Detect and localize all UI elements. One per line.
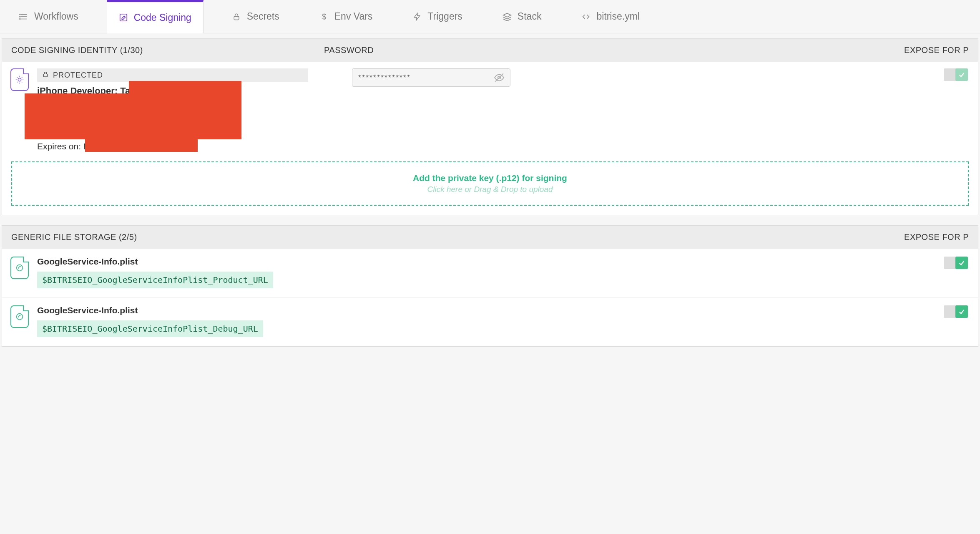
svg-point-10 — [18, 78, 21, 81]
p12-dropzone[interactable]: Add the private key (.p12) for signing C… — [11, 161, 969, 206]
svg-rect-6 — [120, 14, 127, 21]
dropzone-title: Add the private key (.p12) for signing — [23, 173, 957, 183]
protected-label: PROTECTED — [53, 71, 103, 80]
tab-label: Secrets — [247, 11, 279, 22]
file-row: GoogleService-Info.plist $BITRISEIO_Goog… — [2, 249, 978, 297]
tab-stack[interactable]: Stack — [491, 0, 553, 33]
expires-label: Expires on: — [37, 141, 81, 151]
tab-secrets[interactable]: Secrets — [220, 0, 291, 33]
svg-rect-11 — [43, 74, 47, 77]
redaction-block — [129, 81, 241, 110]
tab-workflows[interactable]: Workflows — [8, 0, 90, 33]
dropzone-subtitle: Click here or Drag & Drop to upload — [23, 185, 957, 194]
tab-bar: Workflows Code Signing Secrets Env Vars … — [0, 0, 980, 33]
lock-icon — [42, 71, 49, 80]
tab-label: bitrise.yml — [596, 11, 640, 22]
env-var: $BITRISEIO_GoogleServiceInfoPlist_Debug_… — [37, 320, 263, 337]
lock-icon — [232, 12, 241, 21]
svg-point-4 — [20, 16, 20, 17]
header-expose: EXPOSE FOR P — [904, 45, 969, 55]
svg-rect-7 — [234, 16, 239, 20]
certificate-file-icon — [10, 68, 29, 91]
password-input[interactable] — [352, 68, 510, 87]
svg-point-15 — [17, 314, 23, 320]
bolt-icon — [412, 12, 422, 21]
eye-off-icon[interactable] — [494, 72, 505, 83]
code-signing-section: CODE SIGNING IDENTITY (1/30) PASSWORD EX… — [2, 38, 978, 215]
identity-details: PROTECTED iPhone Developer: Tatsuya Team… — [37, 68, 321, 151]
layers-icon — [503, 12, 512, 21]
tab-code-signing[interactable]: Code Signing — [107, 0, 204, 33]
tab-label: Stack — [518, 11, 542, 22]
identity-row: PROTECTED iPhone Developer: Tatsuya Team… — [2, 62, 978, 161]
file-icon — [10, 257, 29, 279]
svg-point-3 — [20, 14, 20, 15]
file-name: GoogleService-Info.plist — [37, 305, 935, 315]
header-title: GENERIC FILE STORAGE (2/5) — [11, 232, 904, 242]
edit-icon — [119, 13, 128, 22]
tab-label: Env Vars — [334, 11, 373, 22]
section-header: GENERIC FILE STORAGE (2/5) EXPOSE FOR P — [2, 226, 978, 249]
file-icon — [10, 305, 29, 328]
list-icon — [19, 12, 28, 21]
svg-marker-8 — [415, 13, 420, 20]
expose-toggle-column — [944, 68, 970, 83]
file-row: GoogleService-Info.plist $BITRISEIO_Goog… — [2, 297, 978, 346]
tab-label: Workflows — [34, 11, 78, 22]
dollar-icon — [319, 12, 329, 21]
tab-label: Triggers — [427, 11, 462, 22]
tab-triggers[interactable]: Triggers — [401, 0, 474, 33]
svg-marker-9 — [503, 13, 511, 17]
expose-toggle[interactable] — [944, 257, 968, 269]
tab-bitrise-yml[interactable]: bitrise.yml — [570, 0, 651, 33]
redaction-block — [85, 123, 198, 152]
env-var: $BITRISEIO_GoogleServiceInfoPlist_Produc… — [37, 272, 273, 288]
expose-toggle[interactable] — [944, 305, 968, 318]
generic-file-section: GENERIC FILE STORAGE (2/5) EXPOSE FOR P … — [2, 225, 978, 347]
section-header: CODE SIGNING IDENTITY (1/30) PASSWORD EX… — [2, 39, 978, 62]
tab-label: Code Signing — [134, 12, 191, 23]
file-name: GoogleService-Info.plist — [37, 257, 935, 267]
expose-toggle[interactable] — [944, 68, 968, 81]
code-icon — [581, 12, 591, 21]
header-identity: CODE SIGNING IDENTITY (1/30) — [11, 45, 324, 55]
svg-point-14 — [17, 265, 23, 271]
password-column — [352, 68, 510, 87]
header-password: PASSWORD — [324, 45, 574, 55]
protected-badge: PROTECTED — [37, 68, 308, 82]
svg-point-5 — [20, 18, 20, 19]
header-expose: EXPOSE FOR P — [904, 232, 969, 242]
tab-env-vars[interactable]: Env Vars — [308, 0, 384, 33]
